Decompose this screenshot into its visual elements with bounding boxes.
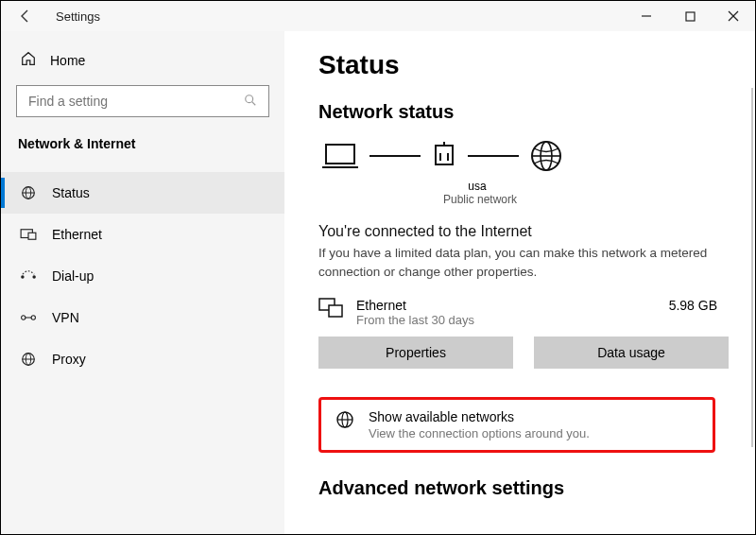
home-icon (20, 50, 37, 70)
svg-rect-10 (28, 233, 36, 239)
search-icon (244, 94, 259, 109)
diagram-conn-name: usa (439, 180, 515, 193)
maximize-icon (685, 11, 696, 22)
home-link[interactable]: Home (20, 50, 284, 70)
sidebar-item-label: Proxy (52, 352, 86, 367)
laptop-icon (320, 141, 360, 171)
sidebar-item-dialup[interactable]: Dial-up (1, 255, 284, 297)
svg-point-11 (21, 275, 25, 279)
svg-point-4 (246, 95, 253, 103)
svg-point-14 (31, 316, 35, 319)
status-icon (20, 184, 37, 201)
data-usage-button[interactable]: Data usage (534, 337, 729, 369)
svg-rect-21 (436, 146, 453, 164)
adapter-name: Ethernet (356, 298, 656, 313)
category-heading: Network & Internet (18, 136, 284, 151)
content-pane: Status Network status usa (284, 31, 755, 534)
search-input-container[interactable] (16, 85, 269, 117)
sidebar: Home Network & Internet Status Ethernet (1, 31, 284, 534)
back-button[interactable] (14, 5, 37, 27)
svg-rect-19 (326, 145, 354, 164)
globe-icon (335, 409, 355, 433)
section-title: Network status (318, 101, 729, 123)
window-title: Settings (56, 9, 100, 24)
adapter-row: Ethernet From the last 30 days 5.98 GB (318, 298, 729, 327)
home-label: Home (50, 53, 85, 68)
dialup-icon (20, 268, 37, 285)
adapter-sub: From the last 30 days (356, 313, 656, 327)
svg-rect-29 (329, 305, 342, 317)
minimize-icon (641, 10, 652, 22)
router-icon (430, 140, 458, 172)
properties-button[interactable]: Properties (318, 337, 513, 369)
ethernet-icon (20, 226, 37, 243)
vpn-icon (20, 309, 37, 326)
proxy-icon (20, 351, 37, 368)
search-input[interactable] (26, 93, 244, 110)
sidebar-item-status[interactable]: Status (1, 172, 284, 214)
connected-message: If you have a limited data plan, you can… (318, 244, 715, 283)
title-bar: Settings (1, 1, 755, 31)
maximize-button[interactable] (668, 1, 712, 31)
sidebar-item-proxy[interactable]: Proxy (1, 338, 284, 380)
connected-heading: You're connected to the Internet (318, 223, 729, 240)
show-available-desc: View the connection options around you. (369, 426, 590, 440)
sidebar-item-label: Dial-up (52, 268, 94, 284)
close-button[interactable] (712, 1, 755, 31)
sidebar-item-label: Status (52, 185, 90, 200)
diagram-conn-type: Public network (428, 193, 532, 206)
advanced-heading: Advanced network settings (318, 477, 729, 499)
sidebar-item-label: Ethernet (52, 227, 102, 242)
scrollbar[interactable] (751, 88, 753, 447)
globe-icon (528, 138, 564, 174)
sidebar-item-ethernet[interactable]: Ethernet (1, 214, 284, 255)
svg-point-13 (22, 316, 26, 319)
page-title: Status (318, 50, 729, 80)
sidebar-item-label: VPN (52, 310, 79, 325)
show-available-title: Show available networks (369, 409, 590, 424)
svg-line-5 (252, 102, 256, 106)
adapter-usage: 5.98 GB (669, 298, 729, 313)
sidebar-item-vpn[interactable]: VPN (1, 297, 284, 338)
close-icon (728, 10, 739, 22)
minimize-button[interactable] (625, 1, 668, 31)
svg-point-12 (32, 275, 36, 279)
network-diagram (320, 138, 729, 174)
svg-rect-1 (686, 12, 695, 21)
show-available-networks[interactable]: Show available networks View the connect… (318, 397, 715, 453)
arrow-left-icon (18, 9, 33, 24)
ethernet-adapter-icon (318, 298, 343, 321)
